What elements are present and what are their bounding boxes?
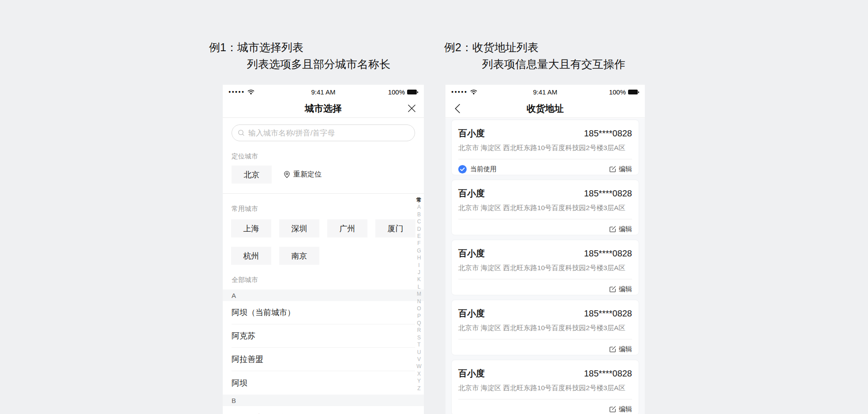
battery-percent: 100% — [388, 88, 405, 96]
address-card-top: 百小度185****0828 — [458, 360, 632, 380]
city-list-item[interactable]: 北京（定位城市） — [232, 406, 415, 414]
city-list-item[interactable]: 阿拉善盟 — [232, 348, 415, 371]
edit-button[interactable]: 编辑 — [609, 345, 632, 354]
battery-icon — [407, 90, 418, 94]
index-letter[interactable]: W — [416, 363, 421, 370]
index-letter[interactable]: H — [417, 254, 421, 261]
index-letter[interactable]: Y — [417, 377, 421, 384]
edit-button[interactable]: 编辑 — [609, 285, 632, 294]
index-letter[interactable]: F — [417, 240, 420, 247]
index-letter[interactable]: J — [418, 269, 420, 276]
example2-subtitle: 列表项信息量大且有交互操作 — [444, 56, 625, 72]
recipient-name: 百小度 — [458, 128, 485, 139]
city-list-item[interactable]: 阿克苏 — [232, 324, 415, 348]
common-city-button[interactable]: 深圳 — [279, 219, 319, 237]
index-letter[interactable]: S — [417, 334, 421, 341]
recipient-name: 百小度 — [458, 188, 485, 199]
city-section-header: B — [223, 395, 424, 406]
edit-button[interactable]: 编辑 — [609, 165, 632, 173]
example2-title: 例2：收货地址列表 — [444, 39, 625, 56]
edit-label: 编辑 — [619, 405, 632, 414]
edit-button[interactable]: 编辑 — [609, 225, 632, 233]
index-letter[interactable]: U — [417, 349, 421, 356]
edit-icon — [609, 346, 616, 353]
recipient-name: 百小度 — [458, 248, 485, 260]
common-city-grid: 上海深圳广州厦门杭州南京 — [231, 219, 415, 265]
address-card[interactable]: 百小度185****0828北京市 海淀区 西北旺东路10号百度科技园2号楼3层… — [451, 180, 639, 235]
common-city-button[interactable]: 厦门 — [375, 219, 415, 237]
common-city-button[interactable]: 广州 — [327, 219, 367, 237]
edit-icon — [609, 166, 616, 173]
example1-subtitle: 列表选项多且部分城市名称长 — [209, 56, 390, 72]
address-card-top: 百小度185****0828 — [458, 300, 632, 320]
address-card-footer: 当前使用编辑 — [458, 159, 632, 179]
address-card-top: 百小度185****0828 — [458, 120, 632, 139]
index-letter[interactable]: V — [417, 356, 421, 363]
address-card[interactable]: 百小度185****0828北京市 海淀区 西北旺东路10号百度科技园2号楼3层… — [451, 120, 639, 175]
battery-icon — [628, 90, 639, 94]
city-search-input[interactable]: 输入城市名称/拼音/首字母 — [232, 124, 415, 141]
index-letter[interactable]: L — [418, 283, 421, 290]
address-card-footer: 编辑 — [458, 279, 632, 299]
edit-label: 编辑 — [619, 225, 632, 233]
index-letter[interactable]: Z — [417, 385, 420, 392]
common-city-button[interactable]: 杭州 — [231, 247, 271, 265]
current-use-badge: 当前使用 — [458, 165, 497, 173]
back-chevron-icon[interactable] — [455, 104, 460, 113]
city-list-item[interactable]: 阿坝（当前城市） — [232, 301, 415, 324]
signal-dots-icon: ●●●●● — [451, 90, 468, 94]
address-card-footer: 编辑 — [458, 399, 632, 414]
edit-button[interactable]: 编辑 — [609, 405, 632, 414]
index-letter[interactable]: R — [417, 327, 421, 334]
status-bar: ●●●●● 9:41 AM 100% — [223, 85, 424, 99]
recipient-address: 北京市 海淀区 西北旺东路10号百度科技园2号楼3层A区 — [458, 324, 632, 333]
located-city-button[interactable]: 北京 — [232, 166, 272, 184]
city-list: A阿坝（当前城市）阿克苏阿拉善盟阿坝B北京（定位城市） — [223, 290, 424, 414]
city-picker-screen: ●●●●● 9:41 AM 100% 城市选择 输入城市名称/拼音/首字母 定位… — [223, 85, 424, 414]
index-letter[interactable]: K — [417, 276, 421, 283]
address-list-navbar: 收货地址 — [445, 99, 645, 118]
address-card[interactable]: 百小度185****0828北京市 海淀区 西北旺东路10号百度科技园2号楼3层… — [451, 300, 639, 355]
alphabet-index-rail[interactable]: 常ABCDEFGHIJKLMNOPQRSTUVWXYZ — [415, 196, 423, 392]
index-letter[interactable]: I — [418, 262, 419, 269]
address-card-footer: 编辑 — [458, 339, 632, 359]
index-letter[interactable]: D — [417, 226, 421, 233]
edit-icon — [609, 226, 616, 233]
page-title: 城市选择 — [305, 102, 342, 115]
index-letter[interactable]: M — [417, 290, 421, 297]
recipient-phone: 185****0828 — [584, 188, 632, 199]
index-letter[interactable]: 常 — [416, 196, 422, 203]
address-card[interactable]: 百小度185****0828北京市 海淀区 西北旺东路10号百度科技园2号楼3层… — [451, 360, 639, 414]
example1-caption: 例1：城市选择列表 列表选项多且部分城市名称长 — [209, 39, 390, 72]
common-city-button[interactable]: 南京 — [279, 247, 319, 265]
close-icon[interactable] — [407, 104, 416, 113]
recipient-name: 百小度 — [458, 368, 485, 380]
status-bar: ●●●●● 9:41 AM 100% — [445, 85, 645, 99]
location-pin-icon — [284, 171, 290, 178]
common-city-button[interactable]: 上海 — [231, 219, 271, 237]
wifi-icon — [247, 90, 254, 95]
city-list-item[interactable]: 阿坝 — [232, 371, 415, 395]
relocate-button[interactable]: 重新定位 — [284, 170, 322, 179]
edit-label: 编辑 — [619, 165, 632, 173]
edit-icon — [609, 286, 616, 293]
index-letter[interactable]: Q — [417, 320, 421, 327]
address-card-top: 百小度185****0828 — [458, 180, 632, 199]
edit-label: 编辑 — [619, 285, 632, 294]
index-letter[interactable]: X — [417, 370, 421, 377]
index-letter[interactable]: N — [417, 298, 421, 305]
index-letter[interactable]: A — [417, 203, 421, 211]
signal-dots-icon: ●●●●● — [228, 90, 245, 94]
edit-icon — [609, 406, 616, 413]
index-letter[interactable]: O — [417, 305, 421, 312]
index-letter[interactable]: G — [417, 247, 421, 254]
index-letter[interactable]: P — [417, 312, 421, 320]
index-letter[interactable]: C — [417, 218, 421, 225]
index-letter[interactable]: B — [417, 211, 421, 218]
index-letter[interactable]: E — [417, 233, 421, 240]
index-letter[interactable]: T — [417, 341, 420, 348]
edit-label: 编辑 — [619, 345, 632, 354]
city-picker-navbar: 城市选择 — [223, 99, 424, 118]
address-card[interactable]: 百小度185****0828北京市 海淀区 西北旺东路10号百度科技园2号楼3层… — [451, 240, 639, 295]
address-card-list: 百小度185****0828北京市 海淀区 西北旺东路10号百度科技园2号楼3层… — [445, 118, 645, 414]
